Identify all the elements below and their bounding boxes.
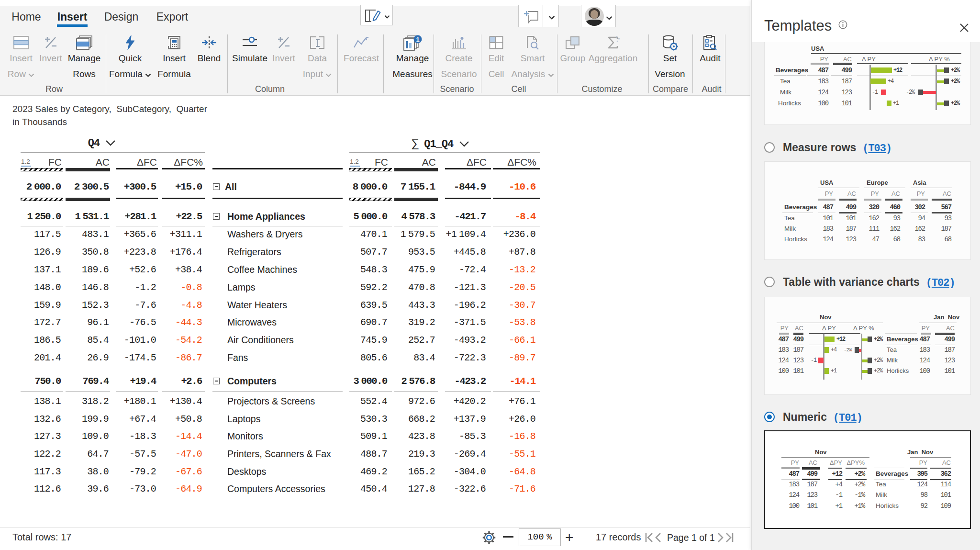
svg-text:1: 1 <box>416 36 419 43</box>
